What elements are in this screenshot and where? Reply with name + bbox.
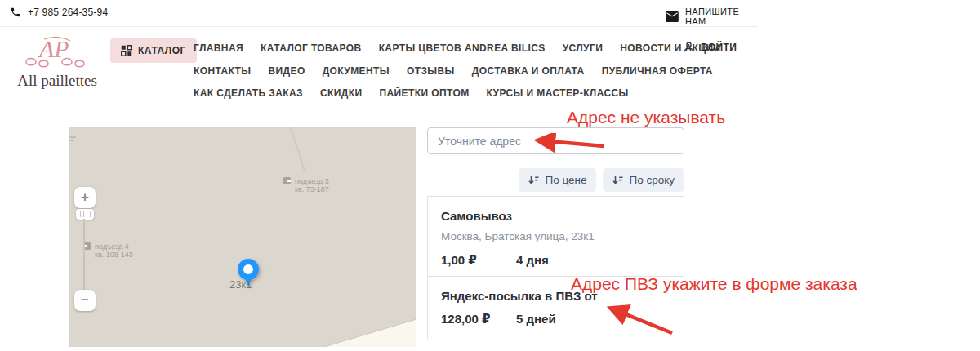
delivery-option-title: Самовывоз bbox=[441, 209, 670, 223]
annotation-no-address: Адрес не указывать bbox=[567, 108, 725, 127]
map-zoom-slider-handle[interactable] bbox=[76, 209, 94, 220]
delivery-option-price: 128,00 ₽ bbox=[441, 312, 516, 327]
delivery-option-pickup[interactable]: Самовывоз Москва, Братская улица, 23к1 1… bbox=[427, 196, 684, 277]
sort-by-price-label: По цене bbox=[545, 174, 586, 186]
site-logo[interactable]: AP All paillettes bbox=[11, 34, 103, 90]
nav-item-uslugi[interactable]: УСЛУГИ bbox=[563, 42, 604, 54]
map-roads-graphic bbox=[69, 127, 416, 347]
nav-item-otzyvy[interactable]: ОТЗЫВЫ bbox=[407, 65, 455, 77]
sort-by-term-label: По сроку bbox=[629, 174, 675, 186]
entrance-icon bbox=[283, 177, 291, 184]
logo-monogram-graphic: AP bbox=[20, 34, 95, 70]
slider-ticks-icon bbox=[80, 211, 91, 217]
sort-buttons-row: По цене По сроку bbox=[427, 168, 684, 192]
topbar: +7 985 264-35-94 НАПИШИТЕ НАМ bbox=[0, 0, 758, 27]
login-label: ВОЙТИ bbox=[701, 42, 737, 53]
nav-item-kak-sdelat-zakaz[interactable]: КАК СДЕЛАТЬ ЗАКАЗ bbox=[194, 87, 303, 99]
catalog-button[interactable]: КАТАЛОГ bbox=[110, 38, 197, 63]
map-zoom-in-button[interactable]: + bbox=[74, 187, 96, 208]
nav-row-3: КАК СДЕЛАТЬ ЗАКАЗ СКИДКИ ПАЙЕТКИ ОПТОМ К… bbox=[194, 87, 629, 99]
entrance-3-line1: подъезд 3 bbox=[295, 177, 329, 185]
write-us-label: НАПИШИТЕ НАМ bbox=[685, 7, 758, 26]
map-pin-label: 23к1 bbox=[229, 278, 252, 291]
nav-item-dostavka[interactable]: ДОСТАВКА И ОПЛАТА bbox=[472, 65, 585, 77]
nav-item-payetki-optom[interactable]: ПАЙЕТКИ ОПТОМ bbox=[380, 87, 470, 99]
phone-icon bbox=[10, 7, 21, 18]
annotation-arrow-diagonal-icon bbox=[599, 299, 680, 340]
phone-number: +7 985 264-35-94 bbox=[28, 7, 108, 18]
nav-item-kontakty[interactable]: КОНТАКТЫ bbox=[194, 65, 251, 77]
annotation-arrow-left-icon bbox=[527, 133, 608, 153]
write-us-link[interactable]: НАПИШИТЕ НАМ bbox=[666, 7, 758, 26]
nav-row-1: ГЛАВНАЯ КАТАЛОГ ТОВАРОВ КАРТЫ ЦВЕТОВ AND… bbox=[194, 42, 721, 54]
envelope-icon bbox=[666, 11, 679, 22]
sort-by-price-button[interactable]: По цене bbox=[519, 168, 596, 192]
grid-icon bbox=[121, 45, 132, 56]
nav-item-glavnaya[interactable]: ГЛАВНАЯ bbox=[194, 42, 243, 54]
nav-item-video[interactable]: ВИДЕО bbox=[268, 65, 305, 77]
delivery-option-term: 4 дня bbox=[516, 253, 549, 268]
sort-icon bbox=[528, 175, 539, 185]
map-zoom-slider-track[interactable] bbox=[83, 219, 85, 291]
delivery-option-price: 1,00 ₽ bbox=[441, 253, 516, 268]
nav-row-2: КОНТАКТЫ ВИДЕО ДОКУМЕНТЫ ОТЗЫВЫ ДОСТАВКА… bbox=[194, 65, 713, 77]
entrance-4-line1: подъезд 4 bbox=[95, 242, 133, 251]
sort-by-term-button[interactable]: По сроку bbox=[603, 168, 684, 192]
svg-text:AP: AP bbox=[38, 35, 69, 62]
sort-icon bbox=[612, 175, 623, 185]
catalog-button-label: КАТАЛОГ bbox=[138, 45, 186, 56]
nav-item-karty-tsvetov[interactable]: КАРТЫ ЦВЕТОВ ANDREA BILICS bbox=[379, 42, 546, 54]
map-entrance-label-3: подъезд 3 кв. 73-107 bbox=[283, 177, 329, 193]
entrance-3-line2: кв. 73-107 bbox=[295, 185, 329, 193]
nav-item-oferta[interactable]: ПУБЛИЧНАЯ ОФЕРТА bbox=[602, 65, 713, 77]
nav-item-kursy[interactable]: КУРСЫ И МАСТЕР-КЛАССЫ bbox=[487, 87, 629, 99]
delivery-option-address: Москва, Братская улица, 23к1 bbox=[441, 230, 670, 242]
nav-item-katalog-tovarov[interactable]: КАТАЛОГ ТОВАРОВ bbox=[261, 42, 362, 54]
nav-item-dokumenty[interactable]: ДОКУМЕНТЫ bbox=[323, 65, 390, 77]
map-entrance-label-4: подъезд 4 кв. 108-143 bbox=[83, 242, 133, 259]
logo-text: All paillettes bbox=[11, 72, 103, 90]
delivery-option-term: 5 дней bbox=[516, 312, 556, 327]
map-zoom-out-button[interactable]: − bbox=[74, 290, 96, 311]
login-button[interactable]: ВОЙТИ bbox=[683, 41, 737, 53]
phone-link[interactable]: +7 985 264-35-94 bbox=[10, 7, 108, 18]
user-icon bbox=[683, 41, 695, 53]
annotation-pvz-address: Адрес ПВЗ укажите в форме заказа bbox=[571, 274, 858, 294]
entrance-4-line2: кв. 108-143 bbox=[95, 251, 133, 259]
nav-item-skidki[interactable]: СКИДКИ bbox=[320, 87, 363, 99]
map-canvas[interactable]: подъезд 3 кв. 73-107 подъезд 4 кв. 108-1… bbox=[69, 127, 416, 347]
